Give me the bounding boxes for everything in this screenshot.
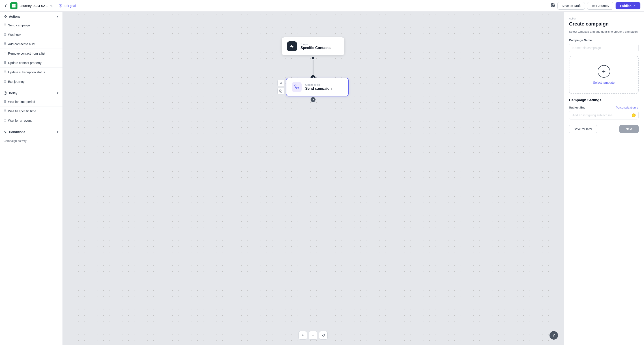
action-node-controls — [278, 80, 284, 94]
sidebar-item-label: Wait till specific time — [8, 109, 36, 113]
drag-handle: ⠿ — [4, 118, 6, 123]
save-later-button[interactable]: Save for later — [569, 125, 597, 133]
bottom-connector-svg: ∨ — [63, 12, 564, 345]
delay-list: ⠿ Wait for time period ⠿ Wait till speci… — [0, 97, 62, 125]
svg-marker-9 — [290, 44, 294, 48]
svg-rect-3 — [14, 6, 16, 7]
trigger-name: Specific Contacts — [300, 46, 330, 50]
delete-node-button[interactable] — [278, 80, 284, 86]
svg-text:∨: ∨ — [312, 98, 314, 101]
sidebar-item-send-campaign[interactable]: ⠿ Send campaign — [0, 20, 62, 30]
publish-button[interactable]: Publish — [616, 2, 640, 9]
save-draft-button[interactable]: Save as Draft — [557, 2, 585, 10]
drag-handle: ⠿ — [4, 100, 6, 104]
sidebar-item-update-contact-property[interactable]: ⠿ Update contact property — [0, 58, 62, 67]
drag-handle: ⠿ — [4, 79, 6, 84]
sidebar-item-webhook[interactable]: ⠿ Webhook — [0, 30, 62, 39]
conditions-title: Conditions — [9, 130, 25, 134]
sidebar-item-label: Remove contact from a list — [8, 52, 45, 55]
topbar-right: Save as Draft Test Journey Publish — [550, 2, 640, 10]
subject-line-input[interactable] — [569, 111, 639, 119]
delay-chevron[interactable]: ▼ — [56, 91, 59, 95]
template-select-label: Select template — [593, 81, 615, 84]
panel-actions: Save for later Next — [569, 125, 639, 133]
sidebar-item-label: Update contact property — [8, 61, 42, 65]
svg-point-4 — [59, 4, 62, 7]
template-select-box[interactable]: + Select template — [569, 56, 639, 94]
trigger-node[interactable]: Trigger Specific Contacts — [282, 37, 344, 55]
action-icon — [292, 82, 302, 92]
sidebar-item-label: Webhook — [8, 33, 21, 36]
sidebar-item-remove-contact-from-list[interactable]: ⠿ Remove contact from a list — [0, 49, 62, 58]
journey-canvas[interactable]: Trigger Specific Contacts ∨ — [63, 12, 564, 345]
svg-rect-1 — [14, 4, 16, 5]
drag-handle: ⠿ — [4, 23, 6, 27]
duplicate-node-button[interactable] — [278, 88, 284, 94]
panel-section-label: Action — [569, 17, 639, 20]
campaign-name-input[interactable] — [569, 44, 639, 52]
action-name: Send campaign — [305, 87, 332, 91]
trigger-info: Trigger Specific Contacts — [300, 43, 330, 50]
zoom-out-button[interactable]: − — [309, 331, 317, 340]
personalization-button[interactable]: Personalization ∨ — [616, 106, 639, 109]
actions-list: ⠿ Send campaign ⠿ Webhook ⠿ Add contact … — [0, 20, 62, 86]
sidebar-item-label: Update subscription status — [8, 70, 45, 74]
reset-view-button[interactable]: ↺ — [319, 331, 328, 340]
actions-section-header: Actions ▼ — [0, 12, 62, 20]
svg-marker-7 — [4, 15, 7, 18]
help-button[interactable]: ? — [550, 331, 558, 340]
svg-point-15 — [310, 97, 316, 102]
sidebar-item-exit-journey[interactable]: ⠿ Exit journey — [0, 77, 62, 86]
emoji-button[interactable]: 🙂 — [632, 113, 636, 117]
subject-line-label: Subject line — [569, 106, 585, 109]
sidebar-item-label: Exit journey — [8, 80, 24, 83]
panel-title: Create campaign — [569, 21, 639, 27]
svg-rect-14 — [280, 91, 282, 92]
sidebar-item-label: Send campaign — [8, 23, 30, 27]
sidebar-item-wait-for-an-event[interactable]: ⠿ Wait for an event — [0, 116, 62, 125]
sidebar-item-update-subscription-status[interactable]: ⠿ Update subscription status — [0, 67, 62, 77]
sidebar-footer: Campaign activity — [0, 136, 62, 146]
connector-svg: ∨ — [63, 12, 564, 345]
sidebar-item-add-contact-to-list[interactable]: ⠿ Add contact to a list — [0, 39, 62, 49]
delay-title: Delay — [9, 91, 17, 95]
action-node-wrapper: Click to setup Send campaign — [278, 78, 349, 96]
delay-section-header: Delay ▼ — [0, 88, 62, 97]
trigger-label: Trigger — [300, 43, 330, 45]
edit-title-icon[interactable]: ✎ — [50, 4, 53, 7]
edit-goal-button[interactable]: Edit goal — [59, 4, 76, 7]
subject-line-row: Subject line Personalization ∨ — [569, 106, 639, 109]
svg-rect-2 — [12, 6, 14, 7]
back-button[interactable] — [4, 3, 8, 8]
actions-chevron[interactable]: ▼ — [56, 15, 59, 18]
svg-point-5 — [60, 5, 61, 6]
journey-title: Journey 2024-02-1 — [20, 4, 48, 7]
test-journey-button[interactable]: Test Journey — [587, 2, 613, 10]
drag-handle: ⠿ — [4, 32, 6, 37]
action-click-label: Click to setup — [305, 83, 332, 86]
drag-handle: ⠿ — [4, 61, 6, 65]
next-button[interactable]: Next — [619, 125, 639, 133]
right-panel: Action Create campaign Select template a… — [564, 12, 644, 345]
topbar: Journey 2024-02-1 ✎ Edit goal Save as Dr… — [0, 0, 644, 12]
action-node[interactable]: Click to setup Send campaign — [286, 78, 349, 96]
sidebar-item-wait-till-specific-time[interactable]: ⠿ Wait till specific time — [0, 106, 62, 116]
zoom-in-button[interactable]: + — [298, 331, 307, 340]
svg-point-6 — [552, 5, 554, 6]
sidebar-item-wait-for-time-period[interactable]: ⠿ Wait for time period — [0, 97, 62, 106]
canvas-controls: + − ↺ — [298, 331, 328, 340]
drag-handle: ⠿ — [4, 42, 6, 46]
svg-point-11 — [312, 57, 314, 59]
conditions-section-header: Conditions ▼ — [0, 127, 62, 136]
conditions-chevron[interactable]: ▼ — [56, 130, 59, 134]
actions-title: Actions — [9, 15, 20, 18]
sidebar-item-label: Wait for an event — [8, 119, 32, 122]
main-layout: Actions ▼ ⠿ Send campaign ⠿ Webhook ⠿ Ad… — [0, 12, 644, 345]
drag-handle: ⠿ — [4, 51, 6, 55]
sidebar-item-label: Add contact to a list — [8, 42, 36, 46]
template-plus-icon: + — [598, 65, 610, 78]
drag-handle: ⠿ — [4, 109, 6, 113]
settings-button[interactable] — [550, 3, 555, 8]
campaign-settings-title: Campaign Settings — [569, 98, 639, 102]
panel-description: Select template and add details to creat… — [569, 29, 639, 34]
